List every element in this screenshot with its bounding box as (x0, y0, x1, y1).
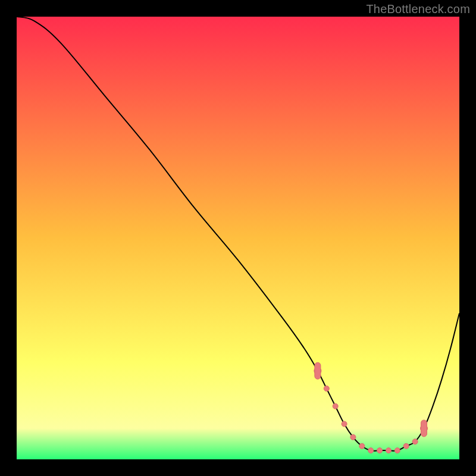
marker-dot (368, 448, 374, 453)
marker-dot (333, 403, 338, 409)
marker-dot (359, 443, 365, 449)
gradient-background (17, 17, 459, 459)
bottleneck-chart (17, 17, 459, 459)
marker-dot (324, 386, 329, 392)
marker-endcap (421, 420, 427, 437)
marker-endcap (315, 362, 321, 379)
marker-dot (412, 439, 418, 444)
attribution-text: TheBottleneck.com (366, 2, 470, 16)
marker-dot (394, 448, 400, 453)
marker-dot (403, 443, 409, 449)
chart-frame: TheBottleneck.com (0, 0, 476, 476)
marker-dot (386, 448, 392, 453)
marker-dot (342, 421, 347, 427)
marker-dot (377, 448, 383, 453)
marker-dot (350, 434, 356, 440)
